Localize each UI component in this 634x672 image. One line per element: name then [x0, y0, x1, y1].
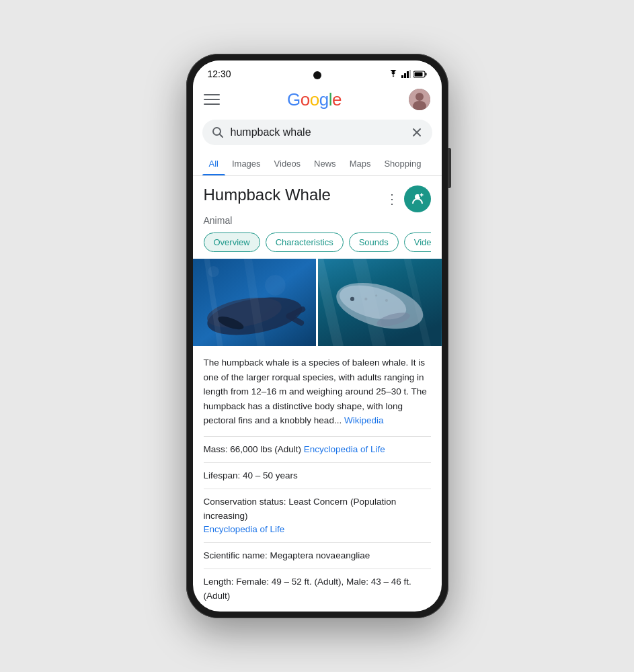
fact-scientific-text: Megaptera novaeangliae: [270, 550, 370, 560]
fact-scientific-label: Scientific name:: [204, 550, 268, 560]
search-input[interactable]: [231, 126, 404, 138]
entity-subtitle: Animal: [204, 215, 431, 226]
fact-length-label: Length:: [204, 577, 234, 587]
status-icons: [388, 70, 427, 78]
wifi-icon: [388, 70, 399, 78]
svg-point-8: [415, 93, 424, 101]
camera-hole: [313, 71, 321, 79]
svg-rect-3: [409, 70, 411, 78]
clear-search-button[interactable]: [411, 126, 423, 138]
fact-scientific: Scientific name: Megaptera novaeangliae: [204, 542, 431, 569]
google-logo-text: Google: [287, 89, 342, 110]
description-text: The humpback whale is a species of balee…: [204, 358, 427, 425]
chip-videos[interactable]: Videos: [404, 233, 431, 252]
svg-rect-6: [425, 73, 426, 75]
facts-section: Mass: 66,000 lbs (Adult) Encyclopedia of…: [193, 436, 442, 609]
chip-overview[interactable]: Overview: [204, 233, 260, 252]
svg-point-29: [364, 298, 367, 300]
entity-title: Humpback Whale: [204, 185, 331, 204]
tab-all[interactable]: All: [202, 152, 225, 175]
main-content: Humpback Whale ⋮: [193, 176, 442, 612]
tab-videos[interactable]: Videos: [268, 152, 308, 175]
chip-characteristics[interactable]: Characteristics: [266, 233, 344, 252]
fact-conservation-label: Conservation status:: [204, 497, 286, 507]
app-header: Google: [193, 83, 442, 116]
fact-lifespan-label: Lifespan:: [204, 470, 241, 480]
svg-point-30: [375, 294, 377, 296]
svg-rect-1: [404, 73, 406, 78]
entity-actions: ⋮: [385, 185, 431, 212]
fact-mass-link[interactable]: Encyclopedia of Life: [304, 444, 385, 454]
search-icon: [212, 126, 224, 138]
whale-image-2[interactable]: [318, 259, 442, 346]
entity-description: The humpback whale is a species of balee…: [193, 355, 442, 436]
tab-shopping[interactable]: Shopping: [377, 152, 428, 175]
battery-icon: [413, 71, 427, 78]
user-avatar[interactable]: [409, 89, 430, 110]
tab-maps[interactable]: Maps: [343, 152, 378, 175]
svg-point-33: [350, 297, 354, 301]
svg-point-20: [265, 275, 286, 296]
tab-images[interactable]: Images: [225, 152, 268, 175]
fact-mass: Mass: 66,000 lbs (Adult) Encyclopedia of…: [204, 436, 431, 462]
fact-lifespan: Lifespan: 40 – 50 years: [204, 462, 431, 489]
fact-conservation: Conservation status: Least Concern (Popu…: [204, 489, 431, 542]
google-logo: Google: [287, 89, 342, 110]
fact-length: Length: Female: 49 – 52 ft. (Adult), Mal…: [204, 569, 431, 609]
wikipedia-link[interactable]: Wikipedia: [344, 415, 384, 425]
whale-image-1[interactable]: [193, 259, 317, 346]
phone-screen: 12:30: [193, 60, 442, 612]
entity-header: Humpback Whale ⋮: [204, 185, 431, 212]
phone-frame: 12:30: [186, 54, 448, 618]
fact-conservation-link[interactable]: Encyclopedia of Life: [204, 524, 285, 534]
fact-mass-label: Mass:: [204, 444, 228, 454]
image-strip[interactable]: [193, 259, 442, 346]
search-bar[interactable]: [202, 120, 432, 145]
knowledge-panel: Humpback Whale ⋮: [193, 176, 442, 259]
status-time: 12:30: [208, 69, 231, 79]
svg-point-31: [385, 299, 388, 302]
menu-button[interactable]: [204, 91, 220, 108]
fact-length-value: Female: 49 – 52 ft. (Adult), Male: 43 – …: [204, 577, 411, 600]
tab-news[interactable]: News: [307, 152, 343, 175]
svg-rect-5: [414, 72, 422, 76]
svg-line-11: [219, 134, 223, 138]
chip-sounds[interactable]: Sounds: [349, 233, 399, 252]
svg-rect-2: [407, 71, 409, 78]
section-chips: Overview Characteristics Sounds Videos: [204, 233, 431, 259]
follow-button[interactable]: [404, 185, 431, 212]
svg-rect-0: [401, 75, 403, 78]
signal-icon: [401, 70, 411, 78]
search-nav-tabs: All Images Videos News Maps Shopping: [193, 152, 442, 176]
fact-mass-text: 66,000 lbs (Adult): [230, 444, 304, 454]
fact-lifespan-value: 40 – 50 years: [243, 470, 298, 480]
more-options-button[interactable]: ⋮: [385, 191, 399, 207]
